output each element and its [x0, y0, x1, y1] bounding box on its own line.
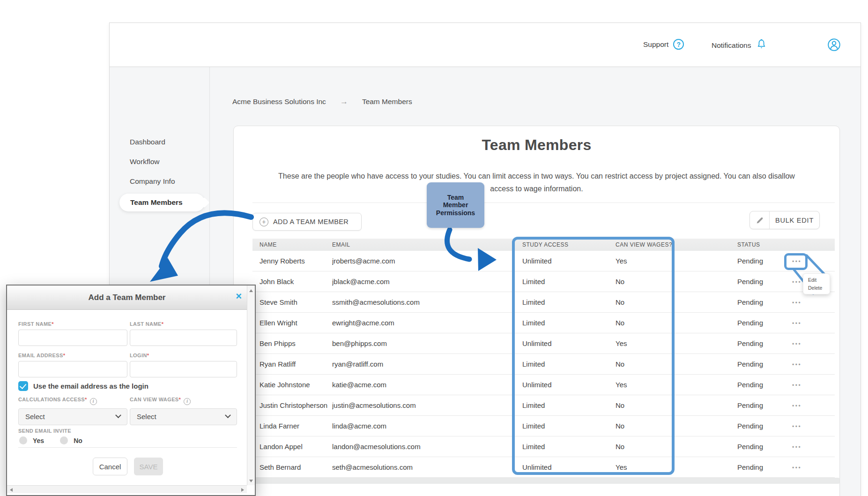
- login-input[interactable]: [130, 361, 237, 377]
- scroll-right-icon[interactable]: [241, 488, 244, 492]
- cell-name: Steve Smith: [260, 298, 332, 306]
- col-header-can-view-wages: CAN VIEW WAGES?: [616, 241, 737, 248]
- col-header-study-access: STUDY ACCESS: [522, 241, 616, 248]
- can-view-wages-value: Select: [137, 413, 156, 421]
- tooltip-delete-item[interactable]: Delete: [808, 284, 830, 292]
- email-address-label: EMAIL ADDRESS: [18, 353, 63, 358]
- cell-name: Jenny Roberts: [260, 257, 332, 265]
- cell-can-view-wages: No: [616, 443, 737, 451]
- screen: Support ? Notifications: [0, 0, 868, 496]
- table-row: Steve Smithssmith@acmesolutions.comLimit…: [252, 292, 835, 313]
- cell-can-view-wages: No: [616, 298, 737, 306]
- use-email-checkbox[interactable]: [18, 381, 28, 391]
- row-menu-button[interactable]: •••: [792, 444, 801, 451]
- table-row: Linda Farnerlinda@acme.comLimitedNoPendi…: [252, 416, 835, 436]
- first-name-label: FIRST NAME: [18, 321, 52, 327]
- sidebar-item-dashboard[interactable]: Dashboard: [130, 138, 165, 146]
- calculations-access-select[interactable]: Select: [18, 408, 127, 425]
- cell-study-access: Limited: [522, 401, 616, 409]
- email-address-input[interactable]: [18, 361, 127, 377]
- cell-status: Pending: [737, 381, 786, 389]
- modal-vertical-scrollbar[interactable]: [247, 286, 255, 485]
- cell-menu: •••: [786, 319, 835, 327]
- cell-can-view-wages: No: [616, 319, 737, 327]
- plus-circle-icon: +: [260, 218, 268, 226]
- row-menu-button[interactable]: •••: [792, 341, 801, 347]
- can-view-wages-select[interactable]: Select: [130, 408, 237, 425]
- info-icon[interactable]: i: [184, 398, 191, 405]
- cell-email: ewright@acme.com: [332, 319, 522, 327]
- divider: [18, 447, 237, 448]
- table-row: Landon Appellandon@acmesolutions.comLimi…: [252, 436, 835, 457]
- row-menu-button[interactable]: •••: [792, 300, 801, 306]
- row-menu-button[interactable]: •••: [792, 465, 801, 471]
- info-icon[interactable]: i: [90, 398, 97, 405]
- cancel-button[interactable]: Cancel: [93, 458, 127, 475]
- modal-title: Add a Team Member: [88, 293, 165, 302]
- help-icon[interactable]: ?: [673, 39, 684, 50]
- cell-email: landon@acmesolutions.com: [332, 443, 522, 451]
- last-name-input[interactable]: [130, 330, 237, 346]
- breadcrumb-company[interactable]: Acme Business Solutions Inc: [232, 98, 326, 106]
- support-link[interactable]: Support ?: [643, 39, 684, 50]
- scroll-down-icon[interactable]: [249, 480, 253, 482]
- cell-study-access: Unlimited: [522, 381, 616, 389]
- row-menu-button[interactable]: •••: [792, 382, 801, 389]
- row-menu-button[interactable]: •••: [792, 279, 801, 286]
- cell-study-access: Unlimited: [522, 339, 616, 347]
- close-icon[interactable]: ×: [236, 291, 242, 301]
- bulk-edit-button[interactable]: BULK EDIT: [749, 211, 820, 229]
- scroll-left-icon[interactable]: [10, 488, 13, 492]
- scroll-up-icon[interactable]: [249, 289, 253, 292]
- sidebar-item-company-info[interactable]: Company Info: [130, 177, 175, 186]
- breadcrumb-current: Team Members: [362, 98, 412, 106]
- table-row: Katie Johnstonekatie@acme.comUnlimitedYe…: [252, 375, 835, 395]
- last-name-label: LAST NAME: [130, 321, 162, 327]
- save-button[interactable]: SAVE: [134, 458, 163, 475]
- bell-icon[interactable]: [756, 38, 767, 53]
- row-menu-button[interactable]: •••: [792, 320, 801, 327]
- first-name-input[interactable]: [18, 330, 127, 346]
- sidebar-item-team-members[interactable]: Team Members: [119, 194, 205, 211]
- cell-email: ryan@ratliff.com: [332, 360, 522, 368]
- cell-status: Pending: [737, 360, 786, 368]
- cell-menu: •••: [786, 401, 835, 409]
- cell-study-access: Limited: [522, 422, 616, 430]
- notifications-link[interactable]: Notifications: [712, 38, 767, 53]
- cell-name: Linda Farner: [260, 422, 332, 430]
- add-team-member-button[interactable]: + ADD A TEAM MEMBER: [252, 213, 362, 231]
- breadcrumb-arrow-icon: →: [340, 97, 348, 106]
- send-invite-yes-radio[interactable]: [19, 436, 27, 444]
- send-invite-no-radio[interactable]: [60, 436, 68, 444]
- row-menu-button[interactable]: •••: [792, 403, 801, 409]
- table-horizontal-scrollbar[interactable]: [235, 478, 839, 484]
- cell-menu: •••: [786, 381, 835, 389]
- row-menu-button[interactable]: •••: [792, 361, 801, 368]
- pencil-icon: [750, 211, 770, 229]
- cell-can-view-wages: Yes: [616, 463, 737, 471]
- user-menu[interactable]: [827, 38, 841, 53]
- col-header-status: STATUS: [737, 241, 786, 248]
- required-asterisk: *: [85, 397, 87, 402]
- permissions-callout-label: Team Member Permissions: [434, 194, 477, 216]
- cell-name: Ryan Ratliff: [260, 360, 332, 368]
- sidebar-item-workflow[interactable]: Workflow: [130, 158, 159, 166]
- cell-name: Ellen Wright: [260, 319, 332, 327]
- modal-horizontal-scrollbar[interactable]: [7, 485, 247, 493]
- row-menu-button[interactable]: •••: [792, 258, 801, 265]
- cell-menu: •••: [786, 339, 835, 347]
- table-row: John Blackjblack@acme.comLimitedNoPendin…: [252, 271, 835, 292]
- required-asterisk: *: [52, 321, 54, 327]
- divider: [252, 203, 835, 203]
- row-menu-button[interactable]: •••: [792, 423, 801, 430]
- cell-can-view-wages: Yes: [616, 381, 737, 389]
- cell-menu: •••: [786, 360, 835, 368]
- send-email-invite-label: SEND EMAIL INVITE: [18, 428, 71, 434]
- avatar-icon[interactable]: [827, 38, 841, 53]
- page-title: Team Members: [234, 136, 839, 154]
- table-row: Justin Christophersonjustin@acmesolution…: [252, 395, 835, 416]
- sidebar-item-label: Team Members: [130, 198, 183, 207]
- team-members-card: Team Members These are the people who ha…: [233, 126, 840, 496]
- can-view-wages-label: CAN VIEW WAGES: [130, 397, 179, 402]
- tooltip-edit-item[interactable]: Edit: [808, 276, 830, 284]
